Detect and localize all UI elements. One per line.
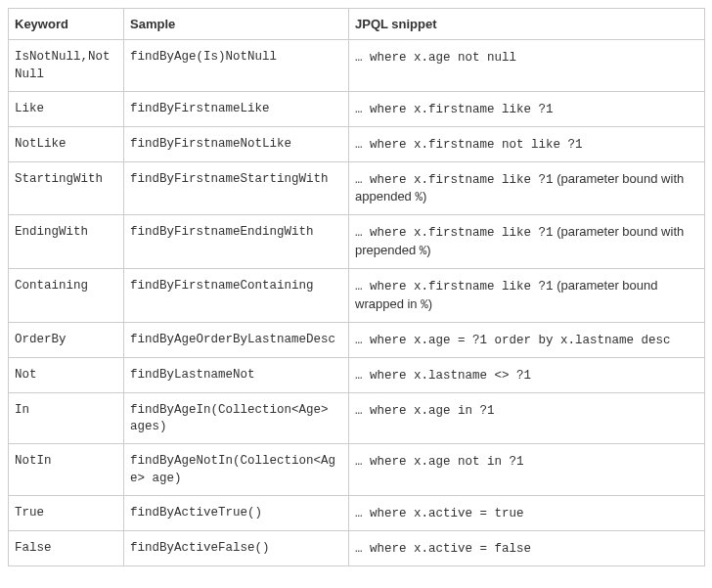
jpql-code: … where x.firstname not like ?1 [355,138,583,152]
cell-jpql: … where x.firstname like ?1 (parameter b… [349,161,705,215]
keyword-code: False [15,541,52,555]
jpql-extra-post: ) [423,189,426,204]
cell-jpql: … where x.age in ?1 [349,392,705,444]
cell-keyword: OrderBy [9,322,124,357]
header-sample: Sample [124,9,349,40]
cell-keyword: NotIn [9,444,124,496]
cell-jpql: … where x.age not null [349,40,705,92]
table-row: TruefindByActiveTrue()… where x.active =… [9,496,705,531]
cell-keyword: StartingWith [9,161,124,215]
sample-code: findByAgeIn(Collection<Age> ages) [130,403,329,434]
keyword-code: Not [15,368,37,382]
cell-jpql: … where x.active = false [349,530,705,565]
cell-keyword: EndingWith [9,215,124,269]
table-row: InfindByAgeIn(Collection<Age> ages)… whe… [9,392,705,444]
table-row: NotLikefindByFirstnameNotLike… where x.f… [9,126,705,161]
jpql-code: … where x.age not in ?1 [355,455,524,469]
sample-code: findByAgeOrderByLastnameDesc [130,333,335,346]
sample-code: findByActiveTrue() [130,506,262,520]
cell-sample: findByActiveTrue() [124,496,349,531]
sample-code: findByActiveFalse() [130,541,270,555]
jpql-extra-post: ) [428,296,432,311]
header-jpql: JPQL snippet [349,9,705,40]
jpql-code: … where x.firstname like ?1 [355,226,554,240]
jpql-code: … where x.lastname <> ?1 [355,369,531,383]
table-row: FalsefindByActiveFalse()… where x.active… [9,530,705,565]
cell-sample: findByFirstnameContaining [124,269,349,323]
keyword-code: In [15,403,29,417]
table-row: NotfindByLastnameNot… where x.lastname <… [9,357,705,392]
table-row: NotInfindByAgeNotIn(Collection<Age> age)… [9,444,705,496]
keyword-code: True [15,506,44,520]
cell-sample: findByAgeNotIn(Collection<Age> age) [124,444,349,496]
cell-sample: findByAgeOrderByLastnameDesc [124,322,349,357]
jpql-code: … where x.active = true [355,507,524,520]
cell-keyword: Containing [9,269,124,323]
cell-sample: findByActiveFalse() [124,530,349,565]
cell-jpql: … where x.lastname <> ?1 [349,357,705,392]
cell-keyword: False [9,530,124,565]
jpql-extra-post: ) [426,243,430,257]
jpql-code: … where x.age = ?1 order by x.lastname d… [355,334,671,347]
table-row: ContainingfindByFirstnameContaining… whe… [9,269,705,323]
keyword-code: OrderBy [15,333,67,346]
cell-jpql: … where x.firstname like ?1 (parameter b… [349,215,705,269]
jpql-code: … where x.firstname like ?1 [355,103,554,116]
table-row: StartingWithfindByFirstnameStartingWith…… [9,161,705,215]
cell-keyword: Not [9,357,124,392]
table-row: IsNotNull,NotNullfindByAge(Is)NotNull… w… [9,40,705,92]
keyword-code: Like [15,102,44,115]
cell-jpql: … where x.firstname not like ?1 [349,126,705,161]
sample-code: findByFirstnameStartingWith [130,172,329,186]
jpql-code: … where x.active = false [355,542,531,556]
sample-code: findByLastnameNot [130,368,255,382]
keyword-code: NotLike [15,137,67,151]
sample-code: findByAgeNotIn(Collection<Age> age) [130,454,335,485]
table-row: LikefindByFirstnameLike… where x.firstna… [9,91,705,126]
cell-sample: findByFirstnameNotLike [124,126,349,161]
jpql-code: … where x.firstname like ?1 [355,173,554,187]
keyword-code: StartingWith [15,172,103,186]
keyword-table: Keyword Sample JPQL snippet IsNotNull,No… [8,8,705,566]
keyword-code: IsNotNull,NotNull [15,50,111,81]
jpql-extra-code: % [415,191,423,204]
cell-jpql: … where x.firstname like ?1 (parameter b… [349,269,705,323]
jpql-extra-code: % [421,298,428,312]
jpql-code: … where x.age in ?1 [355,404,495,418]
keyword-code: Containing [15,279,88,293]
sample-code: findByFirstnameEndingWith [130,225,314,239]
cell-jpql: … where x.age not in ?1 [349,444,705,496]
keyword-code: EndingWith [15,225,88,239]
cell-sample: findByLastnameNot [124,357,349,392]
table-row: EndingWithfindByFirstnameEndingWith… whe… [9,215,705,269]
jpql-code: … where x.age not null [355,51,516,65]
table-header-row: Keyword Sample JPQL snippet [9,9,705,40]
cell-sample: findByAgeIn(Collection<Age> ages) [124,392,349,444]
cell-keyword: Like [9,91,124,126]
cell-keyword: True [9,496,124,531]
cell-sample: findByFirstnameEndingWith [124,215,349,269]
table-body: IsNotNull,NotNullfindByAge(Is)NotNull… w… [9,40,705,566]
sample-code: findByFirstnameLike [130,102,270,115]
header-keyword: Keyword [9,9,124,40]
sample-code: findByFirstnameContaining [130,279,314,293]
cell-keyword: NotLike [9,126,124,161]
cell-sample: findByFirstnameStartingWith [124,161,349,215]
cell-sample: findByAge(Is)NotNull [124,40,349,92]
cell-keyword: In [9,392,124,444]
keyword-code: NotIn [15,454,52,468]
cell-keyword: IsNotNull,NotNull [9,40,124,92]
sample-code: findByAge(Is)NotNull [130,50,277,64]
cell-jpql: … where x.age = ?1 order by x.lastname d… [349,322,705,357]
cell-jpql: … where x.active = true [349,496,705,531]
table-row: OrderByfindByAgeOrderByLastnameDesc… whe… [9,322,705,357]
jpql-code: … where x.firstname like ?1 [355,280,554,294]
cell-sample: findByFirstnameLike [124,91,349,126]
sample-code: findByFirstnameNotLike [130,137,291,151]
cell-jpql: … where x.firstname like ?1 [349,91,705,126]
